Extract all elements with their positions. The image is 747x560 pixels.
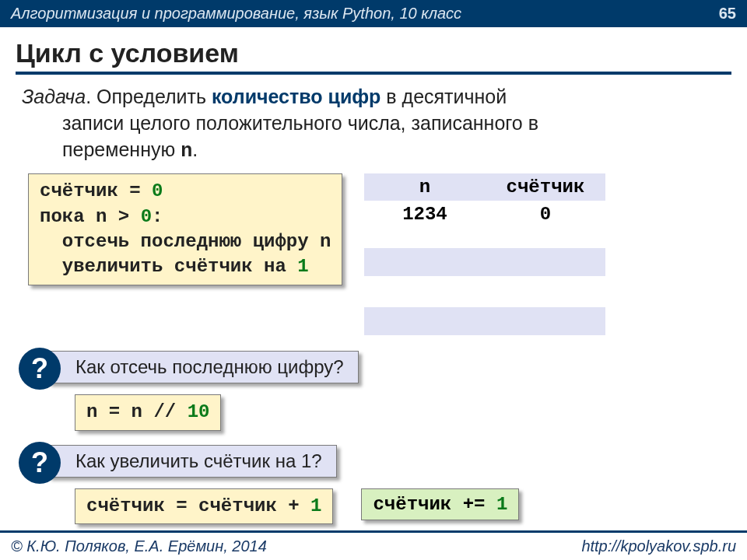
footer: © К.Ю. Поляков, Е.А. Ерёмин, 2014 http:/… (0, 530, 747, 560)
question-1: Как отсечь последнюю цифру? (48, 351, 359, 383)
pseudocode-box: счётчик = 0 пока n > 0: отсечь последнюю… (28, 173, 342, 285)
var-n: n (181, 140, 192, 163)
code-increment-long: счётчик = счётчик + 1 (75, 488, 333, 524)
task-text: Задача. Определить количество цифр в дес… (0, 84, 747, 164)
footer-authors: © К.Ю. Поляков, Е.А. Ерёмин, 2014 (11, 537, 267, 555)
code-cut-digit: n = n // 10 (75, 394, 221, 430)
col-n: n (364, 173, 485, 201)
title-rule (16, 72, 731, 75)
col-counter: счётчик (485, 173, 605, 201)
code-increment-short: счётчик += 1 (361, 488, 519, 520)
question-icon: ? (19, 442, 61, 484)
question-icon: ? (19, 348, 61, 390)
page-number: 65 (719, 5, 736, 23)
page-title: Цикл с условием (0, 27, 747, 72)
header-bar: Алгоритмизация и программирование, язык … (0, 0, 747, 27)
course-title: Алгоритмизация и программирование, язык … (11, 5, 461, 23)
trace-header: n счётчик (364, 173, 605, 201)
trace-table: n счётчик 1234 0 (364, 173, 605, 335)
task-bold: количество цифр (212, 86, 381, 107)
question-2: Как увеличить счётчик на 1? (48, 445, 337, 478)
trace-row: 1234 0 (364, 201, 605, 228)
trace-row-blank (364, 307, 605, 335)
task-lead: Задача (22, 86, 86, 107)
footer-link[interactable]: http://kpolyakov.spb.ru (581, 537, 736, 555)
trace-row-blank (364, 248, 605, 276)
